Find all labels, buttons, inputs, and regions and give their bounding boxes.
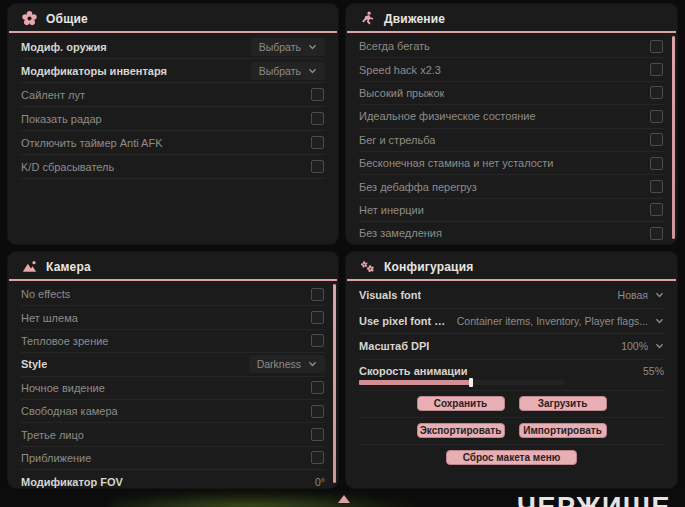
dropdown[interactable]: Новая — [610, 286, 664, 304]
scrollbar[interactable] — [672, 36, 675, 239]
row-label: Модификатор FOV — [21, 476, 123, 488]
panel-title: Конфигурация — [384, 260, 473, 274]
dropdown-value: 100% — [621, 340, 648, 352]
dropdown[interactable]: Darkness — [249, 355, 325, 373]
checkbox[interactable] — [650, 180, 663, 193]
panel-body: No effectsНет шлемаТепловое зрениеStyleD… — [8, 281, 338, 488]
dropdown[interactable]: Container items, Inventory, Player flags… — [449, 312, 664, 330]
checkbox[interactable] — [311, 311, 324, 324]
watermark-text: ЧЕРЖИШЕ — [517, 492, 671, 507]
reset-menu-layout-button[interactable]: Сброс макета меню — [446, 450, 578, 465]
row-label: Сайлент лут — [21, 89, 85, 101]
checkbox[interactable] — [311, 288, 324, 301]
checkbox[interactable] — [650, 157, 663, 170]
panel-config: КонфигурацияVisuals fontНоваяUse pixel f… — [346, 252, 677, 488]
flower-gear-icon — [22, 11, 37, 26]
row-label: Бег и стрельба — [359, 134, 435, 146]
menu-collapse-arrow-icon[interactable] — [338, 495, 350, 503]
panel-header: Конфигурация — [346, 252, 677, 279]
dropdown[interactable]: Выбрать — [251, 62, 325, 80]
row-label: Модификаторы инвентаря — [21, 65, 167, 77]
export-button[interactable]: Экспортировать — [417, 423, 505, 438]
checkbox[interactable] — [311, 334, 324, 347]
dropdown[interactable]: 100% — [613, 337, 664, 355]
checkbox[interactable] — [311, 451, 324, 464]
row-label: Приближение — [21, 452, 91, 464]
panel-header: Общие — [8, 4, 338, 31]
slider[interactable] — [359, 380, 564, 385]
option-row: Масштаб DPI100% — [359, 334, 664, 360]
row-label: Масштаб DPI — [359, 340, 429, 352]
dropdown[interactable]: Выбрать — [251, 38, 325, 56]
option-row: Use pixel font forContainer items, Inven… — [359, 309, 664, 335]
row-label: Нет шлема — [21, 312, 78, 324]
chevron-down-icon — [655, 343, 664, 349]
row-label: Без дебаффа перегруз — [359, 181, 477, 193]
checkbox[interactable] — [650, 133, 663, 146]
checkbox[interactable] — [311, 428, 324, 441]
checkbox[interactable] — [311, 381, 324, 394]
option-row: Идеальное физическое состояние — [359, 105, 664, 128]
option-row: Тепловое зрение — [21, 330, 325, 353]
slider-label-row: Модификатор FOV0° — [21, 476, 325, 488]
checkbox[interactable] — [650, 40, 663, 53]
load-button[interactable]: Загрузить — [519, 396, 607, 411]
import-button[interactable]: Импортировать — [519, 423, 607, 438]
slider-handle[interactable] — [469, 378, 473, 387]
chevron-down-icon — [655, 292, 664, 298]
checkbox[interactable] — [650, 227, 663, 240]
row-label: Тепловое зрение — [21, 335, 108, 347]
option-row: Нет шлема — [21, 306, 325, 329]
trainer-overlay: ОбщиеМодиф. оружияВыбратьМодификаторы ин… — [0, 0, 685, 507]
game-background-strip: ЧЕРЖИШЕ — [0, 490, 685, 507]
row-label: Свободная камера — [21, 405, 118, 417]
row-label: Показать радар — [21, 113, 102, 125]
row-label: Visuals font — [359, 289, 421, 301]
checkbox[interactable] — [311, 136, 324, 149]
panel-general: ОбщиеМодиф. оружияВыбратьМодификаторы ин… — [8, 4, 338, 244]
checkbox[interactable] — [311, 88, 324, 101]
runner-icon — [360, 11, 375, 26]
checkbox[interactable] — [650, 203, 663, 216]
image-icon — [22, 259, 37, 274]
checkbox[interactable] — [650, 63, 663, 76]
button-row: ЭкспортироватьИмпортировать — [359, 418, 664, 445]
option-row: K/D сбрасыватель — [21, 155, 325, 179]
option-row: Модификаторы инвентаряВыбрать — [21, 59, 325, 83]
panel-body: Модиф. оружияВыбратьМодификаторы инвента… — [8, 33, 338, 244]
option-row: Сайлент лут — [21, 83, 325, 107]
dropdown-value: Новая — [618, 289, 648, 301]
option-row: Всегда бегать — [359, 35, 664, 58]
slider-row: Скорость анимации55% — [359, 360, 664, 391]
panel-title: Общие — [46, 12, 88, 26]
checkbox[interactable] — [311, 112, 324, 125]
slider-label-row: Скорость анимации55% — [359, 365, 664, 377]
checkbox[interactable] — [311, 160, 324, 173]
chevron-down-icon — [308, 44, 317, 50]
option-row: Без замедления — [359, 222, 664, 244]
option-row: Бесконечная стамина и нет усталости — [359, 152, 664, 175]
option-row: Отключить таймер Anti AFK — [21, 131, 325, 155]
option-row: Свободная камера — [21, 400, 325, 423]
panel-camera: КамераNo effectsНет шлемаТепловое зрение… — [8, 252, 338, 488]
scrollbar[interactable] — [333, 284, 336, 483]
save-button[interactable]: Сохранить — [417, 396, 505, 411]
option-row: Бег и стрельба — [359, 129, 664, 152]
option-row: Speed hack x2.3 — [359, 58, 664, 81]
chevron-down-icon — [308, 361, 317, 367]
panel-grid: ОбщиеМодиф. оружияВыбратьМодификаторы ин… — [8, 4, 677, 488]
checkbox[interactable] — [311, 405, 324, 418]
option-row: Без дебаффа перегруз — [359, 175, 664, 198]
panel-body: Всегда бегатьSpeed hack x2.3Высокий прыж… — [346, 33, 677, 244]
row-label: Use pixel font for — [359, 315, 449, 327]
option-row: Модиф. оружияВыбрать — [21, 35, 325, 59]
option-row: Нет инерции — [359, 199, 664, 222]
row-label: Идеальное физическое состояние — [359, 110, 536, 122]
checkbox[interactable] — [650, 86, 663, 99]
option-row: Третье лицо — [21, 423, 325, 446]
row-label: Модиф. оружия — [21, 41, 107, 53]
row-label: Бесконечная стамина и нет усталости — [359, 157, 554, 169]
checkbox[interactable] — [650, 110, 663, 123]
game-scene-glow — [110, 492, 420, 507]
slider-value: 55% — [643, 365, 664, 377]
